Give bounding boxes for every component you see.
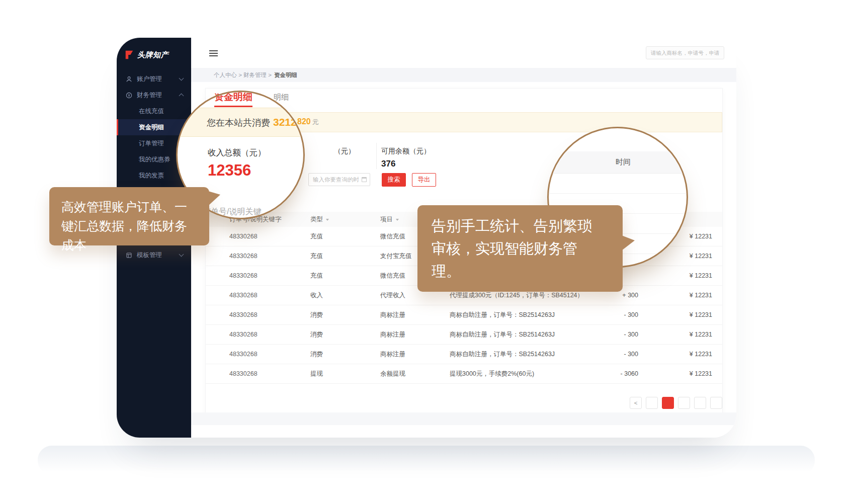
- search-button[interactable]: 搜索: [382, 173, 406, 187]
- cell-type: 充值: [310, 272, 380, 280]
- magnified-banner-text: 您在本站共消费32124: [207, 116, 302, 129]
- table-row: 48330268 消费 商标注册 商标自助注册，订单号：SB2514263J -…: [206, 345, 722, 364]
- cell-time: 2000-7-27 11:58:03: [712, 351, 722, 358]
- cell-balance: ¥ 12231: [638, 292, 712, 299]
- breadcrumb: 个人中心 > 财务管理 > 资金明细: [191, 68, 736, 82]
- cell-amount: - 300: [590, 311, 638, 318]
- top-nav: [221, 38, 398, 68]
- chevron-icon: [179, 94, 184, 99]
- cell-desc: 提现3000元，手续费2%(60元): [450, 370, 590, 378]
- cell-time: 2000-7-27 11:58:03: [712, 292, 722, 299]
- cell-order: 48330268: [229, 292, 310, 299]
- pagination-page-button[interactable]: [710, 397, 722, 409]
- cell-time: 2000-7-27 11:58:03: [712, 331, 722, 338]
- sidebar-item-label: 资金明细: [139, 123, 164, 132]
- cell-type: 消费: [310, 311, 380, 319]
- sidebar-item[interactable]: 在线充值: [117, 103, 191, 119]
- cell-desc: 代理提成300元（ID:1245，订单号：SB45124）: [450, 291, 590, 300]
- balance-value: 376: [381, 159, 395, 169]
- col-time-header: 时间: [712, 215, 722, 224]
- sort-caret-icon: [396, 219, 399, 222]
- tooltip-left: 高效管理账户订单、一键汇总数据，降低财务成本: [49, 187, 209, 245]
- pagination-page-button[interactable]: [646, 397, 658, 409]
- cell-desc: 商标自助注册，订单号：SB2514263J: [450, 330, 590, 339]
- cell-type: 提现: [310, 370, 380, 378]
- finance-icon: [126, 92, 132, 99]
- cell-balance: ¥ 12231: [638, 331, 712, 338]
- sidebar-item-label: 账户管理: [137, 75, 162, 83]
- brand-logo-icon: [124, 50, 134, 60]
- pagination: <: [630, 397, 722, 409]
- template-icon: [126, 252, 132, 259]
- cell-type: 消费: [310, 350, 380, 359]
- trademark-search-input[interactable]: [646, 46, 724, 59]
- date-query-input[interactable]: [308, 173, 370, 186]
- calendar-icon[interactable]: [362, 177, 367, 182]
- cell-project: 商标注册: [380, 311, 450, 319]
- cell-amount: - 3060: [590, 370, 638, 377]
- sidebar-item[interactable]: 模板管理: [117, 247, 191, 263]
- col-type-header[interactable]: 类型: [310, 215, 380, 224]
- user-icon: [126, 76, 132, 82]
- cell-project: 商标注册: [380, 350, 450, 359]
- cell-balance: ¥ 12231: [638, 272, 712, 279]
- cell-balance: ¥ 12231: [638, 351, 712, 358]
- cell-project: 商标注册: [380, 330, 450, 339]
- magnified-income-value: 12356: [208, 161, 251, 180]
- breadcrumb-current: 资金明细: [274, 71, 297, 79]
- cell-time: 2000-7-27 11:58:03: [712, 272, 722, 279]
- cell-amount: + 300: [590, 292, 638, 299]
- magnified-time-header: 时间: [547, 151, 688, 174]
- cell-amount: - 300: [590, 351, 638, 358]
- cell-desc: 商标自助注册，订单号：SB2514263J: [450, 350, 590, 359]
- balance-label: 可用余额（元）: [381, 147, 431, 156]
- table-row: 48330268 消费 商标注册 商标自助注册，订单号：SB2514263J -…: [206, 325, 722, 345]
- hamburger-menu-icon[interactable]: [209, 50, 218, 58]
- magnified-time-row: [549, 174, 687, 194]
- cell-desc: 商标自助注册，订单号：SB2514263J: [450, 311, 590, 319]
- cell-time: 2000-7-27 11:58:03: [712, 233, 722, 240]
- cell-order: 48330268: [229, 311, 310, 318]
- breadcrumb-path[interactable]: 个人中心 > 财务管理 >: [214, 71, 272, 79]
- cell-order: 48330268: [229, 370, 310, 377]
- sidebar-item-label: 我的发票: [139, 172, 164, 180]
- cell-type: 充值: [310, 252, 380, 261]
- pagination-prev-button[interactable]: <: [630, 397, 642, 409]
- laptop-base: [38, 446, 815, 475]
- expense-total-label: （元）: [334, 147, 355, 156]
- cell-type: 收入: [310, 291, 380, 300]
- sidebar-item-label: 在线充值: [139, 107, 164, 116]
- magnified-income-label: 收入总额（元）: [208, 147, 266, 158]
- sidebar-item-label: 我的优惠券: [139, 155, 170, 164]
- cell-type: 消费: [310, 330, 380, 339]
- cell-order: 48330268: [229, 253, 310, 260]
- chevron-icon: [179, 252, 184, 257]
- chevron-icon: [179, 76, 184, 81]
- pagination-page-button[interactable]: [694, 397, 706, 409]
- tooltip-right: 告别手工统计、告别繁琐审核，实现智能财务管理。: [417, 205, 623, 292]
- pagination-page-button[interactable]: [678, 397, 690, 409]
- brand-logo[interactable]: 头牌知产: [124, 50, 168, 60]
- table-row: 48330268 消费 商标注册 商标自助注册，订单号：SB2514263J -…: [206, 305, 722, 325]
- cell-balance: ¥ 12231: [638, 370, 712, 377]
- sidebar-item[interactable]: 财务管理: [117, 87, 191, 103]
- sidebar-item-label: 模板管理: [137, 251, 162, 260]
- banner-amount-tail: 820元: [297, 117, 319, 127]
- cell-order: 48330268: [229, 331, 310, 338]
- table-row: 48330268 提现 余额提现 提现3000元，手续费2%(60元) - 30…: [206, 364, 722, 384]
- cell-type: 充值: [310, 232, 380, 241]
- sort-caret-icon: [326, 219, 329, 222]
- export-button[interactable]: 导出: [412, 173, 436, 187]
- cell-balance: ¥ 12231: [638, 311, 712, 318]
- cell-time: 2000-7-27 11:58:03: [712, 370, 722, 377]
- cell-project: 余额提现: [380, 370, 450, 378]
- sidebar-item[interactable]: 账户管理: [117, 71, 191, 87]
- page-footer-strip: [191, 412, 736, 425]
- cell-order: 48330268: [229, 272, 310, 279]
- pagination-page-button[interactable]: [662, 397, 674, 409]
- stat-divider: [376, 143, 377, 169]
- cell-time: 2000-7-27 11:58:03: [712, 311, 722, 318]
- cell-project: 代理收入: [380, 291, 450, 300]
- sidebar-item-label: 订单管理: [139, 139, 164, 148]
- cell-time: 2000-7-27 11:58:03: [712, 253, 722, 260]
